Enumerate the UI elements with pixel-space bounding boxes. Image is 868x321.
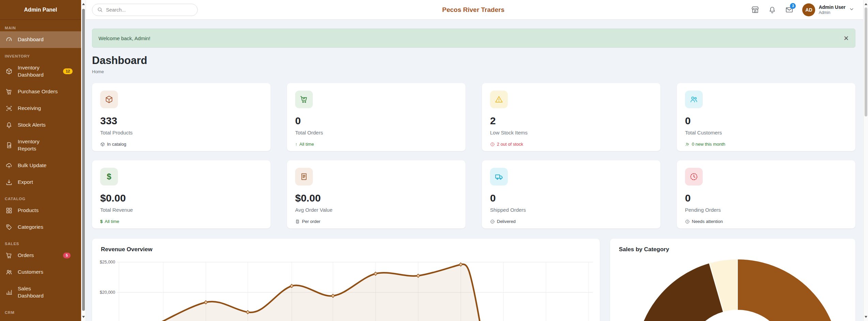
scroll-up-icon[interactable] bbox=[865, 3, 867, 5]
stat-value: $0.00 bbox=[295, 192, 457, 204]
sidebar-item-label: Dashboard bbox=[18, 36, 58, 43]
store-icon[interactable] bbox=[751, 6, 759, 14]
sidebar-item-inventory-reports[interactable]: Inventory Reports bbox=[0, 133, 81, 157]
sidebar-item-label: Stock Alerts bbox=[18, 122, 58, 129]
box-icon bbox=[100, 142, 105, 147]
stat-label: Pending Orders bbox=[685, 207, 847, 213]
user-name: Admin User bbox=[819, 4, 846, 10]
stat-card-total-revenue: $ $0.00 Total Revenue $All time bbox=[92, 160, 271, 228]
sidebar-item-label: Customers bbox=[18, 269, 58, 276]
sidebar-title: Admin Panel bbox=[0, 0, 81, 20]
dollar-icon: $ bbox=[100, 168, 118, 186]
sidebar-item-dashboard[interactable]: Dashboard bbox=[0, 31, 81, 48]
sidebar-item-label: Products bbox=[18, 207, 58, 214]
stat-footer-text: Per order bbox=[302, 219, 320, 224]
stat-value: 0 bbox=[490, 192, 652, 204]
speedometer-icon bbox=[5, 36, 13, 43]
sidebar-section-sales: SALES bbox=[5, 242, 81, 246]
breadcrumb[interactable]: Home bbox=[92, 69, 855, 74]
inventory-badge: 12 bbox=[63, 68, 73, 74]
dollar-icon: $ bbox=[100, 219, 103, 224]
sidebar-item-export[interactable]: Export bbox=[0, 174, 81, 191]
y-tick-20000: $20,000 bbox=[100, 290, 115, 295]
stat-value: 2 bbox=[490, 115, 652, 127]
sidebar-item-label: Categories bbox=[18, 224, 58, 231]
sidebar-item-stock-alerts[interactable]: Stock Alerts bbox=[0, 117, 81, 133]
stat-footer-text: All time bbox=[105, 219, 119, 224]
stat-card-low-stock: 2 Low Stock Items 2 out of stock bbox=[482, 83, 660, 151]
revenue-chart-title: Revenue Overview bbox=[101, 246, 152, 253]
alert-circle-icon bbox=[490, 142, 495, 147]
sidebar-item-purchase-orders[interactable]: Purchase Orders bbox=[0, 83, 81, 100]
stat-card-pending-orders: 0 Pending Orders Needs attention bbox=[677, 160, 855, 228]
scroll-down-icon[interactable] bbox=[865, 316, 867, 318]
page-scrollbar-thumb[interactable] bbox=[865, 7, 867, 116]
sidebar-item-inventory-dashboard[interactable]: Inventory Dashboard 12 bbox=[0, 60, 81, 83]
topbar: Pecos River Traders 3 AD Admin User Admi… bbox=[86, 0, 863, 20]
sidebar-item-customer-tags[interactable]: Customer Tags bbox=[0, 316, 81, 321]
brand-title: Pecos River Traders bbox=[442, 6, 504, 14]
sidebar-item-products[interactable]: Products bbox=[0, 202, 81, 219]
mail-badge: 3 bbox=[790, 3, 796, 9]
user-menu[interactable]: AD Admin User Admin bbox=[802, 3, 854, 16]
sidebar-item-sales-dashboard[interactable]: Sales Dashboard bbox=[0, 280, 81, 304]
person-plus-icon bbox=[685, 142, 690, 147]
stat-footer-text: Needs attention bbox=[692, 219, 723, 224]
chevron-down-icon[interactable] bbox=[849, 6, 854, 13]
stat-label: Total Orders bbox=[295, 130, 457, 135]
stat-card-avg-order-value: $0.00 Avg Order Value Per order bbox=[287, 160, 466, 228]
revenue-overview-card: Revenue Overview bbox=[92, 239, 600, 321]
sidebar-item-customers[interactable]: Customers bbox=[0, 264, 81, 280]
stat-card-total-products: 333 Total Products In catalog bbox=[92, 83, 271, 151]
people-icon bbox=[685, 91, 703, 108]
arrow-up-icon: ↑ bbox=[295, 142, 298, 147]
file-chart-icon bbox=[5, 142, 13, 149]
stat-card-shipped-orders: 0 Shipped Orders Delivered bbox=[482, 160, 660, 228]
truck-icon bbox=[490, 168, 508, 186]
stat-label: Low Stock Items bbox=[490, 130, 652, 135]
sidebar-section-catalog: CATALOG bbox=[5, 197, 81, 201]
sidebar-item-label: Sales Dashboard bbox=[18, 285, 58, 300]
sidebar-item-label: Inventory Reports bbox=[18, 138, 58, 153]
sidebar-item-label: Export bbox=[18, 179, 58, 186]
sidebar-item-receiving[interactable]: Receiving bbox=[0, 100, 81, 117]
notifications-bell-icon[interactable] bbox=[768, 6, 776, 14]
sidebar-item-bulk-update[interactable]: Bulk Update bbox=[0, 157, 81, 174]
sidebar: Admin Panel MAIN Dashboard INVENTORY Inv… bbox=[0, 0, 81, 321]
sales-by-category-card: Sales by Category bbox=[610, 239, 855, 321]
scroll-down-icon[interactable] bbox=[82, 316, 85, 318]
stat-label: Shipped Orders bbox=[490, 207, 652, 213]
package-icon bbox=[100, 91, 118, 108]
stat-value: 333 bbox=[100, 115, 262, 127]
cloud-upload-icon bbox=[5, 162, 13, 169]
stat-value: 0 bbox=[295, 115, 457, 127]
sidebar-item-categories[interactable]: Categories bbox=[0, 219, 81, 236]
avatar[interactable]: AD bbox=[802, 3, 815, 16]
mail-icon[interactable]: 3 bbox=[785, 6, 793, 14]
package-icon bbox=[5, 68, 13, 75]
sidebar-section-main: MAIN bbox=[5, 26, 81, 30]
stat-card-total-orders: 0 Total Orders ↑All time bbox=[287, 83, 466, 151]
bar-chart-icon bbox=[5, 289, 13, 296]
tag-icon bbox=[5, 224, 13, 231]
search-input[interactable] bbox=[106, 7, 193, 13]
sidebar-scrollbar-thumb[interactable] bbox=[82, 9, 85, 311]
grid-icon bbox=[5, 207, 13, 214]
people-icon bbox=[5, 269, 13, 276]
page-scrollbar[interactable] bbox=[863, 0, 868, 321]
y-tick-25000: $25,000 bbox=[100, 260, 115, 264]
cart-check-icon bbox=[295, 91, 313, 108]
barcode-icon bbox=[5, 105, 13, 112]
clock-icon bbox=[685, 168, 703, 186]
stat-value: 0 bbox=[685, 192, 847, 204]
search-box[interactable] bbox=[92, 4, 198, 16]
check-circle-icon bbox=[490, 219, 495, 224]
calculator-icon bbox=[295, 219, 300, 224]
sidebar-scrollbar[interactable] bbox=[81, 0, 86, 321]
stat-label: Total Customers bbox=[685, 130, 847, 135]
download-icon bbox=[5, 179, 13, 186]
banner-close-icon[interactable]: ✕ bbox=[843, 35, 849, 42]
sidebar-item-orders[interactable]: Orders 5 bbox=[0, 247, 81, 264]
scroll-up-icon[interactable] bbox=[82, 3, 85, 5]
warning-triangle-icon bbox=[490, 91, 508, 108]
